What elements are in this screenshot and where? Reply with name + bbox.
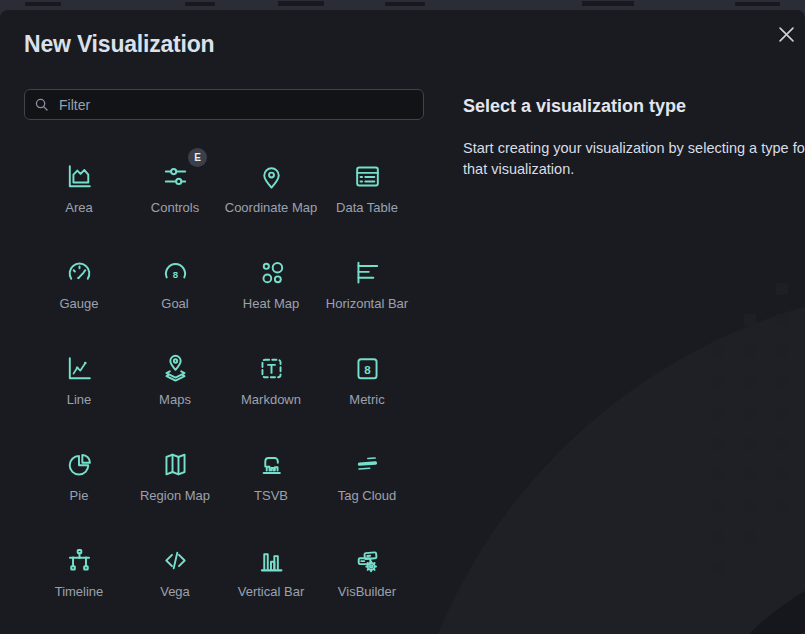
vis-type-goal[interactable]: 8 Goal (127, 236, 223, 332)
vis-type-horizontal-bar[interactable]: Horizontal Bar (319, 236, 415, 332)
vis-type-label: Heat Map (243, 296, 299, 312)
gauge-icon (64, 257, 95, 288)
vis-type-tsvb[interactable]: TSVB (223, 428, 319, 524)
vis-type-coordinate-map[interactable]: Coordinate Map (223, 140, 319, 236)
vis-type-label: Region Map (140, 488, 210, 504)
decorative-square (744, 438, 756, 450)
new-visualization-modal: New Visualization Area E Controls Coordi… (0, 10, 805, 634)
cut-off-text-fragment (25, 2, 61, 6)
decorative-square (712, 407, 724, 419)
decorative-square (776, 345, 788, 357)
timeline-icon (64, 545, 95, 576)
vis-type-label: Markdown (241, 392, 301, 408)
area-icon (64, 161, 95, 192)
vis-type-label: Goal (161, 296, 188, 312)
close-icon (779, 27, 794, 42)
decorative-square (712, 438, 724, 450)
decorative-square (776, 438, 788, 450)
decorative-square (744, 314, 756, 326)
metric-icon: 8 (352, 353, 383, 384)
decorative-square (712, 345, 724, 357)
vis-type-vertical-bar[interactable]: Vertical Bar (223, 524, 319, 620)
cut-off-text-fragment (278, 1, 324, 6)
vis-type-markdown[interactable]: Markdown (223, 332, 319, 428)
vis-type-label: Tag Cloud (338, 488, 397, 504)
cut-off-text-fragment (735, 2, 780, 6)
vis-type-vega[interactable]: Vega (127, 524, 223, 620)
cut-off-text-fragment (185, 2, 215, 6)
svg-text:8: 8 (172, 269, 178, 280)
decorative-square (712, 562, 724, 574)
vis-type-line[interactable]: Line (31, 332, 127, 428)
heat-map-icon (256, 257, 287, 288)
vis-type-region-map[interactable]: Region Map (127, 428, 223, 524)
vis-type-label: Controls (151, 200, 199, 216)
vis-type-label: Timeline (55, 584, 104, 600)
close-button[interactable] (772, 20, 800, 48)
vis-type-heat-map[interactable]: Heat Map (223, 236, 319, 332)
decorative-circle-inner (690, 582, 805, 634)
decorative-square (776, 283, 788, 295)
vis-type-metric[interactable]: 8 Metric (319, 332, 415, 428)
vis-type-data-table[interactable]: Data Table (319, 140, 415, 236)
maps-icon (160, 353, 191, 384)
vis-type-maps[interactable]: Maps (127, 332, 223, 428)
cut-off-text-fragment (385, 2, 425, 6)
decorative-square (712, 469, 724, 481)
vis-type-controls[interactable]: E Controls (127, 140, 223, 236)
cut-off-text-fragment (582, 1, 634, 6)
controls-icon (160, 161, 191, 192)
decorative-square (744, 531, 756, 543)
vis-type-grid: Area E Controls Coordinate Map Data Tabl… (31, 140, 415, 620)
decorative-square (712, 531, 724, 543)
modal-title: New Visualization (24, 28, 214, 60)
vis-type-tag-cloud[interactable]: Tag Cloud (319, 428, 415, 524)
decorative-square (776, 500, 788, 512)
decorative-square (744, 407, 756, 419)
data-table-icon (352, 161, 383, 192)
region-map-icon (160, 449, 191, 480)
decorative-square (744, 469, 756, 481)
vis-type-label: Pie (70, 488, 89, 504)
horizontal-bar-icon (352, 257, 383, 288)
vega-icon (160, 545, 191, 576)
svg-text:8: 8 (364, 363, 371, 376)
filter-input-wrapper (24, 89, 424, 120)
vis-type-label: TSVB (254, 488, 288, 504)
vis-type-label: Coordinate Map (225, 200, 318, 216)
detail-panel-heading: Select a visualization type (463, 94, 803, 118)
decorative-square (744, 376, 756, 388)
decorative-square (776, 469, 788, 481)
vis-type-label: Vertical Bar (238, 584, 304, 600)
search-icon (34, 97, 49, 112)
vis-type-label: Maps (159, 392, 191, 408)
coordinate-map-icon (256, 161, 287, 192)
line-icon (64, 353, 95, 384)
vis-type-label: Horizontal Bar (326, 296, 408, 312)
decorative-circle-outer (395, 285, 805, 634)
vis-type-label: Line (67, 392, 92, 408)
vis-type-label: Metric (349, 392, 384, 408)
vis-type-visbuilder[interactable]: VisBuilder (319, 524, 415, 620)
background-page-strip (0, 0, 805, 10)
vis-type-area[interactable]: Area (31, 140, 127, 236)
experimental-badge: E (188, 148, 207, 167)
filter-input[interactable] (57, 96, 414, 114)
decorative-square (712, 500, 724, 512)
vertical-bar-icon (256, 545, 287, 576)
decorative-square (776, 376, 788, 388)
vis-type-label: Vega (160, 584, 190, 600)
vis-type-timeline[interactable]: Timeline (31, 524, 127, 620)
decorative-square (712, 376, 724, 388)
decorative-square (744, 345, 756, 357)
detail-panel-description: Start creating your visualization by sel… (463, 138, 805, 180)
vis-type-label: Gauge (59, 296, 98, 312)
vis-type-pie[interactable]: Pie (31, 428, 127, 524)
vis-type-label: Data Table (336, 200, 398, 216)
vis-type-gauge[interactable]: Gauge (31, 236, 127, 332)
tag-cloud-icon (352, 449, 383, 480)
tsvb-icon (256, 449, 287, 480)
pie-icon (64, 449, 95, 480)
vis-type-label: Area (65, 200, 92, 216)
markdown-icon (256, 353, 287, 384)
